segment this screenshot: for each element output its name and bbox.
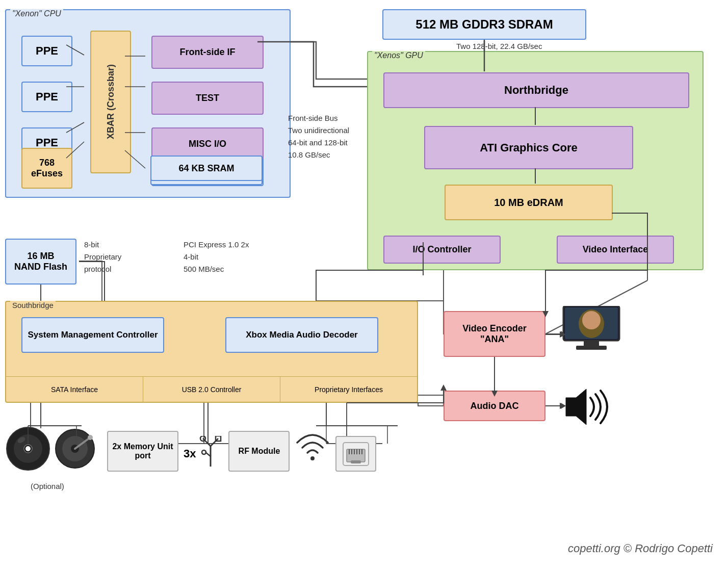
efuses-box: 768eFuses (21, 148, 72, 189)
dvd-svg (5, 426, 51, 472)
rf-module-label: RF Module (239, 447, 280, 456)
svg-rect-73 (351, 460, 361, 463)
dvd-disc-icon (5, 426, 51, 472)
ppe2-label: PPE (36, 90, 58, 104)
misc-io-label: MISC I/O (189, 139, 226, 149)
xbar-box: XBAR (Crossbar) (90, 31, 131, 173)
pci-annotation: PCI Express 1.0 2x4-bit500 MB/sec (184, 239, 249, 275)
svg-marker-92 (440, 384, 447, 391)
diagram-container: "Xenon" CPU PPE PPE PPE 768eFuses XBAR (… (0, 0, 728, 568)
xenos-gpu-box: "Xenos" GPU Northbridge ATI Graphics Cor… (367, 51, 704, 270)
ppe2-box: PPE (21, 82, 72, 112)
prop-protocol-annotation: 8-bitProprietaryprotocol (84, 239, 121, 275)
usb-area: 3x (184, 436, 223, 472)
io-controller-box: I/O Controller (383, 236, 501, 264)
northbridge-box: Northbridge (383, 72, 689, 108)
wireless-icon (295, 430, 330, 472)
svg-line-59 (211, 438, 218, 446)
southbridge-box: Southbridge System Management Controller… (5, 301, 418, 403)
speaker-svg (561, 386, 612, 427)
svg-line-58 (203, 438, 211, 446)
sata-item: SATA Interface (6, 377, 143, 402)
optional-label: (Optional) (31, 482, 64, 490)
ethernet-jack-box (335, 436, 376, 472)
ppe1-label: PPE (36, 44, 58, 58)
ati-core-label: ATI Graphics Core (480, 141, 578, 154)
nand-label: 16 MBNAND Flash (14, 251, 67, 272)
sram-64kb-box2: 64 KB SRAM (150, 156, 263, 181)
xmad-label: Xbox Media Audio Decoder (246, 330, 357, 340)
efuses-label: 768eFuses (31, 158, 63, 179)
edram-box: 10 MB eDRAM (445, 185, 613, 220)
xmad-box: Xbox Media Audio Decoder (225, 317, 378, 353)
video-interface-box: Video Interface (557, 236, 674, 264)
svg-point-63 (202, 450, 206, 454)
xenon-cpu-label: "Xenon" CPU (10, 9, 63, 18)
nand-box: 16 MBNAND Flash (5, 239, 76, 285)
hdd-svg (54, 428, 97, 469)
pci-text: PCI Express 1.0 2x4-bit500 MB/sec (184, 240, 249, 273)
wireless-svg (295, 430, 330, 466)
audio-dac-box: Audio DAC (444, 391, 545, 421)
svg-point-56 (88, 435, 93, 440)
svg-point-64 (310, 456, 315, 460)
audio-dac-label: Audio DAC (471, 401, 519, 411)
smc-label: System Management Controller (28, 330, 158, 340)
svg-rect-44 (584, 341, 599, 346)
test-label: TEST (196, 93, 219, 104)
tv-svg (561, 306, 622, 357)
memory-unit-box: 2x Memory Unitport (107, 431, 178, 472)
frontside-if-label: Front-side IF (180, 47, 236, 58)
usb-prefix-label: 3x (184, 447, 196, 460)
copyright-label: copetti.org © Rodrigo Copetti (568, 542, 713, 555)
sdram-box: 512 MB GDDR3 SDRAM (382, 9, 586, 40)
ppe1-box: PPE (21, 36, 72, 66)
northbridge-label: Northbridge (504, 84, 568, 97)
southbridge-bottom-row: SATA Interface USB 2.0 Controller Propri… (6, 376, 417, 402)
usb-svg (198, 436, 223, 472)
xenos-gpu-label: "Xenos" GPU (372, 51, 425, 60)
smc-box: System Management Controller (21, 317, 164, 353)
frontside-if-box: Front-side IF (151, 36, 264, 69)
rf-module-box: RF Module (228, 431, 290, 472)
ethernet-svg (341, 440, 371, 468)
fsb-annotation: Front-side BusTwo unidirectional64-bit a… (288, 112, 349, 161)
bottom-icons-row: 2x Memory Unitport 3x RF Module (5, 426, 423, 472)
video-interface-label: Video Interface (583, 244, 648, 255)
edram-label: 10 MB eDRAM (494, 197, 563, 209)
memory-unit-label: 2x Memory Unitport (112, 442, 173, 460)
svg-point-43 (582, 311, 601, 329)
sdram-label: 512 MB GDDR3 SDRAM (415, 17, 553, 32)
sata-label: SATA Interface (51, 385, 98, 394)
video-encoder-label: Video Encoder"ANA" (462, 323, 527, 345)
usb-item: USB 2.0 Controller (143, 377, 280, 402)
proprietary-item: Proprietary Interfaces (280, 377, 417, 402)
svg-marker-46 (566, 389, 586, 425)
ati-graphics-core-box: ATI Graphics Core (424, 126, 633, 169)
xbar-label: XBAR (Crossbar) (106, 64, 116, 139)
fsb-text: Front-side BusTwo unidirectional64-bit a… (288, 114, 349, 159)
sram-label2: 64 KB SRAM (178, 163, 234, 174)
usb-label: USB 2.0 Controller (182, 385, 242, 394)
io-controller-label: I/O Controller (412, 244, 471, 255)
test-box: TEST (151, 82, 264, 115)
svg-rect-45 (576, 346, 607, 350)
southbridge-label: Southbridge (10, 301, 56, 309)
prop-text: 8-bitProprietaryprotocol (84, 240, 121, 273)
proprietary-label: Proprietary Interfaces (315, 385, 383, 394)
speaker-icon (561, 386, 612, 435)
svg-point-50 (25, 446, 31, 451)
tv-icon (561, 306, 622, 357)
video-encoder-box: Video Encoder"ANA" (444, 311, 545, 357)
hdd-icon (54, 428, 99, 472)
sdram-sub-label: Two 128-bit, 22.4 GB/sec (456, 42, 542, 50)
